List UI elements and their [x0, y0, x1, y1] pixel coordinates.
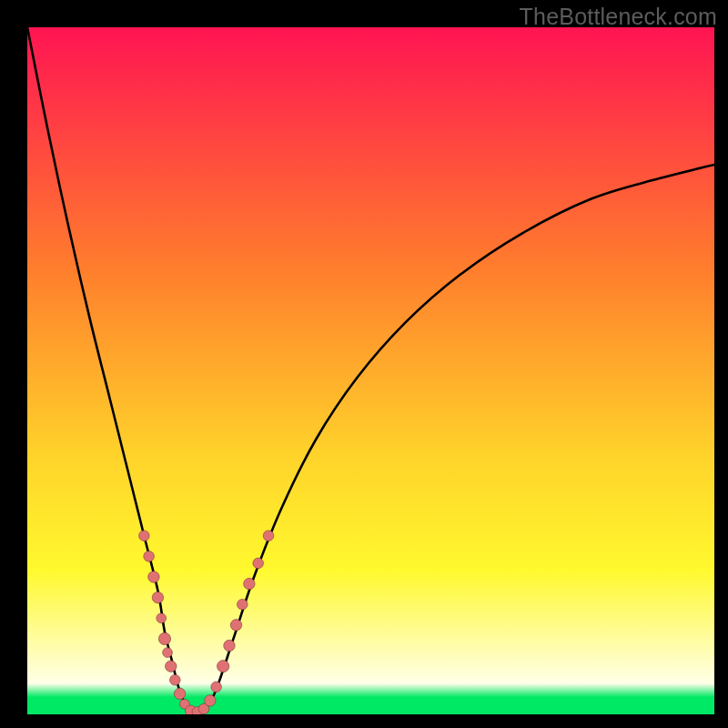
bead-marker [157, 613, 167, 623]
bead-marker [244, 578, 255, 589]
curve-layer [27, 27, 714, 714]
bead-marker [148, 571, 159, 582]
bead-marker [253, 558, 264, 569]
chart-frame: TheBottleneck.com [0, 0, 728, 728]
bead-marker [158, 632, 170, 644]
bead-marker [144, 551, 155, 562]
bead-marker [152, 592, 163, 602]
bottleneck-curve [27, 27, 714, 714]
bead-marker [139, 531, 150, 541]
bead-marker [205, 695, 216, 706]
bead-marker [217, 661, 229, 672]
bead-marker [163, 648, 173, 658]
bead-marker [166, 661, 177, 672]
watermark-text: TheBottleneck.com [520, 4, 717, 30]
bead-marker [238, 599, 248, 610]
data-beads [139, 531, 274, 714]
bead-marker [170, 674, 181, 685]
bead-marker [224, 640, 235, 651]
bead-marker [230, 620, 241, 631]
plot-area [27, 27, 714, 714]
bead-marker [263, 531, 274, 541]
bead-marker [174, 688, 185, 699]
bead-marker [211, 682, 222, 693]
